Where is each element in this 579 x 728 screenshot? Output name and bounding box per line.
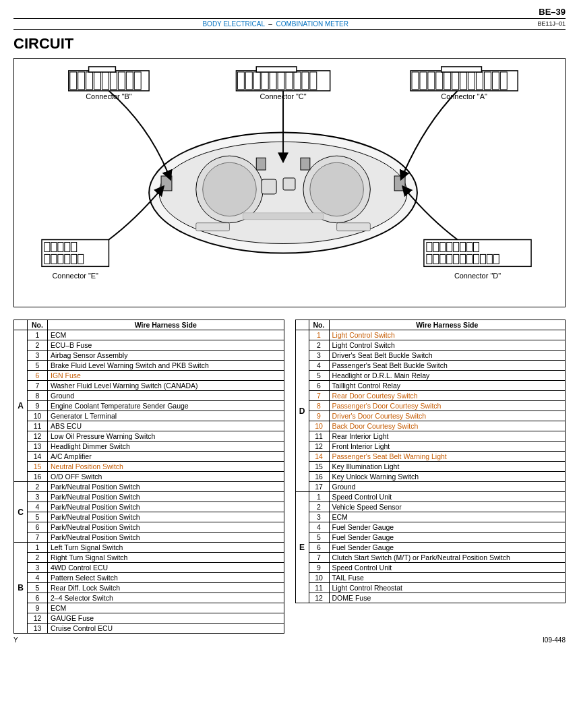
col-header-wire-right: Wire Harness Side bbox=[329, 320, 566, 330]
table-row: 7Park/Neutral Position Switch bbox=[14, 533, 284, 543]
table-row: 62–4 Selector Switch bbox=[14, 593, 284, 603]
row-number: 3 bbox=[28, 492, 48, 502]
row-number: 12 bbox=[28, 613, 48, 624]
row-text: Engine Coolant Temperature Sender Gauge bbox=[48, 401, 284, 411]
svg-text:Connector "E": Connector "E" bbox=[52, 272, 98, 280]
table-row: 9Driver's Door Courtesy Switch bbox=[295, 411, 566, 421]
table-row: 10Back Door Courtesy Switch bbox=[295, 421, 566, 431]
table-row: C2Park/Neutral Position Switch bbox=[14, 482, 284, 492]
row-text: Key Illumination Light bbox=[329, 462, 566, 472]
table-row: 5Brake Fluid Level Warning Switch and PK… bbox=[14, 361, 284, 371]
table-row: 12GAUGE Fuse bbox=[14, 613, 284, 624]
col-header-no-right: No. bbox=[309, 320, 329, 330]
table-row: 9ECM bbox=[14, 603, 284, 613]
table-row: 2ECU–B Fuse bbox=[14, 340, 284, 351]
col-header-group-right bbox=[295, 320, 309, 330]
table-row: 4Passenger's Seat Belt Buckle Switch bbox=[295, 361, 566, 371]
row-number: 7 bbox=[309, 391, 329, 401]
row-number: 4 bbox=[28, 502, 48, 512]
row-number: 13 bbox=[28, 624, 48, 634]
row-number: 3 bbox=[28, 351, 48, 361]
row-number: 14 bbox=[309, 452, 329, 462]
table-row: 3Park/Neutral Position Switch bbox=[14, 492, 284, 502]
row-number: 9 bbox=[28, 401, 48, 411]
row-text: Light Control Switch bbox=[329, 340, 566, 351]
row-text: Park/Neutral Position Switch bbox=[48, 522, 284, 533]
table-row: 17Ground bbox=[295, 482, 566, 492]
table-row: 6Fuel Sender Gauge bbox=[295, 543, 566, 553]
svg-rect-56 bbox=[42, 240, 109, 267]
row-number: 12 bbox=[309, 442, 329, 452]
row-number: 9 bbox=[28, 603, 48, 613]
table-left: No. Wire Harness Side A1ECM2ECU–B Fuse3A… bbox=[13, 320, 284, 634]
row-text: Washer Fluid Level Warning Switch (CANAD… bbox=[48, 381, 284, 391]
row-number: 17 bbox=[309, 482, 329, 492]
footer-right: I09-448 bbox=[543, 636, 566, 644]
row-text: Taillight Control Relay bbox=[329, 381, 566, 391]
table-row: 11Light Control Rheostat bbox=[295, 583, 566, 593]
row-text: A/C Amplifier bbox=[48, 452, 284, 462]
table-row: 7Washer Fluid Level Warning Switch (CANA… bbox=[14, 381, 284, 391]
svg-point-44 bbox=[203, 162, 257, 216]
row-text: Fuel Sender Gauge bbox=[329, 522, 566, 533]
row-text: 4WD Control ECU bbox=[48, 563, 284, 573]
row-text: Park/Neutral Position Switch bbox=[48, 502, 284, 512]
row-number: 9 bbox=[309, 411, 329, 421]
table-row: 3Airbag Sensor Assembly bbox=[14, 351, 284, 361]
svg-rect-52 bbox=[161, 176, 172, 191]
row-number: 11 bbox=[309, 583, 329, 593]
sub-header-left: BODY ELECTRICAL bbox=[202, 20, 264, 28]
row-number: 16 bbox=[309, 472, 329, 482]
row-text: Headlight Dimmer Switch bbox=[48, 442, 284, 452]
table-row: 16Key Unlock Warning Switch bbox=[295, 472, 566, 482]
row-text: Fuel Sender Gauge bbox=[329, 533, 566, 543]
group-cell: A bbox=[14, 330, 28, 482]
row-text: Park/Neutral Position Switch bbox=[48, 512, 284, 522]
table-row: 10Generator L Terminal bbox=[14, 411, 284, 421]
table-row: 3Driver's Seat Belt Buckle Switch bbox=[295, 351, 566, 361]
table-row: 10TAIL Fuse bbox=[295, 573, 566, 583]
row-number: 2 bbox=[28, 553, 48, 563]
table-row: E1Speed Control Unit bbox=[295, 492, 566, 502]
table-row: 5Fuel Sender Gauge bbox=[295, 533, 566, 543]
table-row: 9Speed Control Unit bbox=[295, 563, 566, 573]
row-text: IGN Fuse bbox=[48, 371, 284, 381]
ref-code: BE11J–01 bbox=[537, 20, 566, 27]
row-number: 7 bbox=[28, 381, 48, 391]
row-number: 7 bbox=[28, 533, 48, 543]
row-number: 2 bbox=[309, 502, 329, 512]
svg-text:Connector "A": Connector "A" bbox=[441, 92, 487, 100]
table-row: 3ECM bbox=[295, 512, 566, 522]
svg-rect-49 bbox=[243, 213, 323, 220]
svg-rect-53 bbox=[394, 176, 405, 191]
table-row: 15Key Illumination Light bbox=[295, 462, 566, 472]
table-row: B1Left Turn Signal Switch bbox=[14, 543, 284, 553]
row-text: Rear Diff. Lock Switch bbox=[48, 583, 284, 593]
row-text: Key Unlock Warning Switch bbox=[329, 472, 566, 482]
col-header-group-left bbox=[14, 320, 28, 330]
group-cell: E bbox=[295, 492, 309, 603]
row-text: Neutral Position Switch bbox=[48, 462, 284, 472]
row-number: 7 bbox=[309, 553, 329, 563]
table-row: 13Headlight Dimmer Switch bbox=[14, 442, 284, 452]
tables-wrapper: No. Wire Harness Side A1ECM2ECU–B Fuse3A… bbox=[13, 320, 566, 634]
row-number: 8 bbox=[309, 401, 329, 411]
table-row: 11Rear Interior Light bbox=[295, 431, 566, 442]
table-row: 4Fuel Sender Gauge bbox=[295, 522, 566, 533]
table-row: 14Passenger's Seat Belt Warning Light bbox=[295, 452, 566, 462]
row-number: 5 bbox=[28, 583, 48, 593]
table-row: A1ECM bbox=[14, 330, 284, 340]
row-text: Back Door Courtesy Switch bbox=[329, 421, 566, 431]
row-number: 12 bbox=[28, 431, 48, 442]
row-text: Ground bbox=[329, 482, 566, 492]
row-text: ECM bbox=[48, 603, 284, 613]
row-number: 6 bbox=[309, 543, 329, 553]
row-number: 9 bbox=[309, 563, 329, 573]
row-number: 6 bbox=[309, 381, 329, 391]
row-text: ECM bbox=[48, 330, 284, 340]
row-number: 6 bbox=[28, 371, 48, 381]
row-text: Rear Interior Light bbox=[329, 431, 566, 442]
row-number: 11 bbox=[28, 421, 48, 431]
row-number: 10 bbox=[28, 411, 48, 421]
sub-header: BODY ELECTRICAL – COMBINATION METER BE11… bbox=[13, 18, 566, 30]
